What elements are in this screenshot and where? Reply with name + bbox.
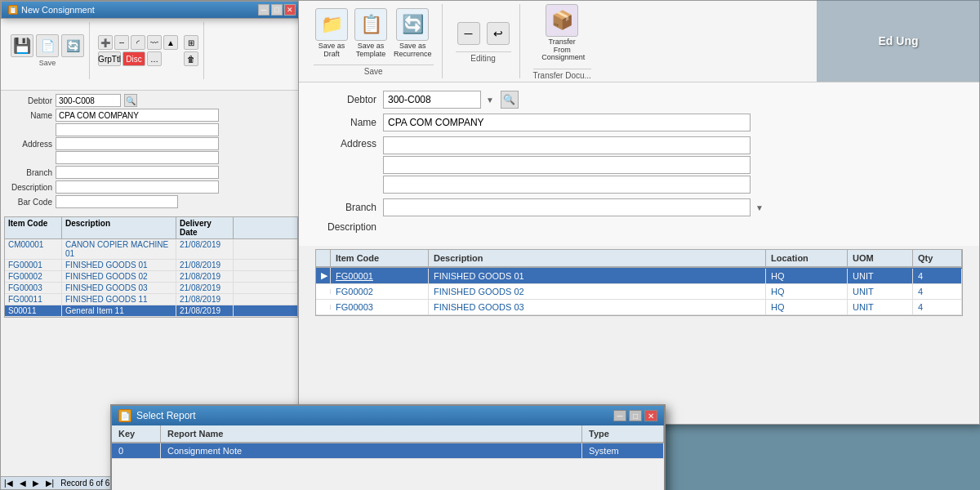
bg-nav-first[interactable]: |◀: [4, 479, 13, 488]
table-row[interactable]: FG00002 FINISHED GOODS 02 21/08/2019: [5, 271, 297, 283]
main-address-fields: [383, 136, 751, 194]
table-row[interactable]: FG00002 FINISHED GOODS 02 HQ UNIT 4: [316, 284, 962, 300]
transfer-consignment-btn[interactable]: 📦 Transfer FromConsignment: [540, 2, 584, 65]
table-row[interactable]: FG00003 FINISHED GOODS 03 HQ UNIT 4: [316, 300, 962, 315]
bg-save-recurrence-btn[interactable]: 🔄: [61, 34, 84, 57]
bg-items-table: Item Code Description Delivery Date CM00…: [4, 216, 298, 318]
bg-branch-input[interactable]: [56, 166, 219, 179]
main-th-location: Location: [766, 250, 848, 266]
main-name-input[interactable]: [383, 114, 751, 131]
bg-edit-icons: ➕ ╌ ◜ 〰 ▲ GrpTtl Disc … ⊞: [98, 35, 198, 66]
main-td-uom: UNIT: [848, 269, 913, 283]
bg-extra-btn[interactable]: …: [147, 51, 162, 66]
user-name: Ed Ung: [879, 34, 919, 47]
table-row[interactable]: FG00011 FINISHED GOODS 11 21/08/2019: [5, 294, 297, 305]
dialog-title-left: 📄 Select Report: [118, 409, 196, 422]
bg-address-input-3[interactable]: [56, 151, 219, 164]
main-td-arrow: [316, 305, 331, 310]
main-th-qty: Qty: [913, 250, 962, 266]
main-td-desc: FINISHED GOODS 03: [429, 300, 766, 314]
main-address-input-3[interactable]: [383, 176, 751, 194]
dialog-table-header: Key Report Name Type: [112, 425, 664, 443]
bg-discount-btn[interactable]: Disc: [122, 51, 145, 66]
main-debtor-search-btn[interactable]: 🔍: [501, 91, 519, 109]
bg-nav-prev[interactable]: ◀: [20, 479, 26, 488]
dialog-th-type: Type: [582, 425, 664, 442]
table-row[interactable]: FG00003 FINISHED GOODS 03 21/08/2019: [5, 283, 297, 294]
bg-arc-btn[interactable]: ◜: [131, 35, 145, 50]
bg-td-desc: General Item 11: [62, 305, 176, 316]
bg-del-btn[interactable]: 🗑: [184, 51, 198, 66]
transfer-consignment-label: Transfer FromConsignment: [541, 38, 582, 63]
table-row[interactable]: S00011 General Item 11 21/08/2019: [5, 305, 297, 317]
bg-save-template-btn[interactable]: 📄: [36, 34, 59, 57]
bg-minimize-btn[interactable]: ─: [258, 4, 270, 16]
main-form: Debtor ▼ 🔍 Name Address Branch ▼ Descrip…: [299, 82, 979, 246]
bg-barcode-row: Bar Code: [7, 195, 295, 208]
bg-table-header: Item Code Description Delivery Date: [5, 217, 297, 239]
bg-debtor-input[interactable]: [56, 94, 121, 107]
table-row[interactable]: CM00001 CANON COPIER MACHINE 01 21/08/20…: [5, 239, 297, 260]
dialog-title-bar: 📄 Select Report ─ □ ✕: [112, 406, 664, 425]
bg-name-input[interactable]: [56, 109, 219, 122]
main-td-location: HQ: [766, 300, 848, 314]
bg-td-code: FG00001: [5, 260, 62, 270]
editing-minus-btn[interactable]: ─: [456, 20, 482, 47]
bg-address-input-2[interactable]: [56, 137, 219, 150]
bg-record-status: Record 6 of 6: [60, 479, 109, 488]
main-name-row: Name: [315, 114, 963, 131]
table-row[interactable]: ▶ FG00001 FINISHED GOODS 01 HQ UNIT 4: [316, 268, 962, 284]
bg-close-btn[interactable]: ✕: [284, 4, 296, 16]
bg-nav-next[interactable]: ▶: [33, 479, 39, 488]
main-td-qty: 4: [913, 269, 962, 283]
dialog-table-row[interactable]: 0 Consignment Note System: [112, 443, 664, 459]
bg-group-btn[interactable]: GrpTtl: [98, 51, 121, 66]
debtor-dropdown-arrow: ▼: [486, 96, 494, 105]
save-template-label: Save asTemplate: [356, 42, 386, 59]
bg-description-label: Description: [7, 183, 52, 192]
main-debtor-row: Debtor ▼ 🔍: [315, 91, 963, 109]
bg-line-btn[interactable]: ╌: [114, 35, 129, 50]
ribbon-editing-icons: ─ ↩: [456, 20, 511, 47]
editing-undo-btn[interactable]: ↩: [485, 20, 511, 47]
save-recurrence-btn[interactable]: 🔄 Save asRecurrence: [392, 7, 434, 60]
bg-wave-btn[interactable]: 〰: [147, 35, 162, 50]
save-template-btn[interactable]: 📋 Save asTemplate: [353, 7, 389, 60]
bg-app-icon: 📋: [8, 5, 18, 15]
bg-save-draft-btn[interactable]: 💾: [11, 34, 33, 57]
main-branch-input[interactable]: [383, 198, 751, 216]
main-address-input-1[interactable]: [383, 136, 751, 154]
dialog-minimize-btn[interactable]: ─: [613, 410, 626, 421]
save-draft-btn[interactable]: 📁 Save asDraft: [314, 7, 350, 60]
bg-debtor-search-btn[interactable]: 🔍: [124, 94, 137, 107]
table-row[interactable]: FG00001 FINISHED GOODS 01 21/08/2019: [5, 260, 297, 271]
bg-save-icons: 💾 📄 🔄: [11, 34, 84, 57]
main-td-arrow: ▶: [316, 268, 331, 283]
bg-copy-btn[interactable]: ⊞: [184, 35, 198, 50]
main-debtor-input[interactable]: [383, 91, 481, 109]
bg-description-input[interactable]: [56, 180, 219, 194]
main-address-input-2[interactable]: [383, 156, 751, 174]
main-td-desc: FINISHED GOODS 01: [429, 269, 766, 283]
save-template-icon: 📋: [354, 8, 387, 41]
save-recurrence-label: Save asRecurrence: [394, 42, 432, 59]
bg-save-group: 💾 📄 🔄 Save: [6, 22, 90, 79]
bg-nav-last[interactable]: ▶|: [46, 479, 55, 488]
bg-address-input-1[interactable]: [56, 123, 219, 136]
main-td-uom: UNIT: [848, 284, 913, 299]
bg-td-code: FG00011: [5, 294, 62, 305]
bg-td-desc: FINISHED GOODS 11: [62, 294, 176, 305]
bg-maximize-btn[interactable]: □: [271, 4, 283, 16]
bg-branch-row: Branch: [7, 166, 295, 179]
bg-insert-btn[interactable]: ➕: [98, 35, 113, 50]
bg-address-row: Address: [7, 123, 295, 164]
bg-td-code: CM00001: [5, 239, 62, 259]
ribbon-save-label: Save: [314, 65, 434, 76]
dialog-close-btn[interactable]: ✕: [644, 410, 657, 421]
ribbon-editing-label: Editing: [456, 51, 511, 63]
bg-up-btn[interactable]: ▲: [163, 35, 178, 50]
dialog-th-key: Key: [112, 425, 161, 442]
dialog-maximize-btn[interactable]: □: [629, 410, 642, 421]
bg-barcode-input[interactable]: [56, 195, 178, 208]
bg-td-code: FG00003: [5, 283, 62, 293]
